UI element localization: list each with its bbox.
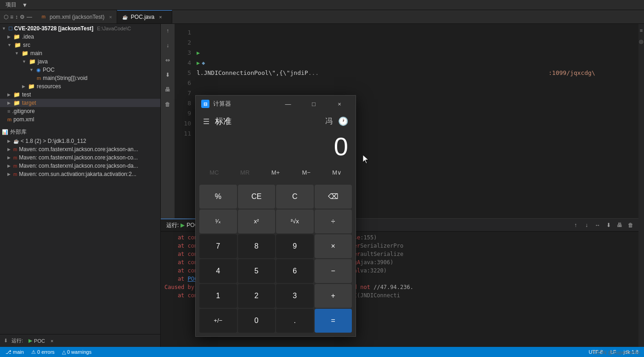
calc-negate-btn[interactable]: +/− — [199, 309, 237, 333]
action-download[interactable]: ⬇ — [163, 70, 173, 80]
action-delete[interactable]: 🗑 — [163, 99, 173, 109]
calc-buttons-grid: % CE C ⌫ ¹⁄ₓ x² ²√x ÷ 7 8 9 × 4 5 — [196, 183, 356, 336]
calc-memory-row: MC MR M+ M− M∨ — [196, 163, 356, 183]
maven-4-label: Maven: com.sun.activation:jakarta.activa… — [19, 171, 136, 177]
tree-poc[interactable]: ▼ ◉ POC — [0, 66, 160, 74]
tree-main-method[interactable]: m main(String[]):void — [0, 74, 160, 82]
calc-reciprocal-btn[interactable]: ¹⁄ₓ — [199, 210, 237, 233]
calc-7-btn[interactable]: 7 — [199, 234, 237, 258]
calc-mplus-btn[interactable]: M+ — [261, 164, 291, 181]
calc-3-btn[interactable]: 3 — [276, 284, 314, 308]
tree-main[interactable]: ▼ 📁 main — [0, 49, 160, 57]
chevron-right-icon: ▶ — [7, 34, 11, 39]
calc-close-btn[interactable]: × — [329, 97, 350, 111]
tree-idea[interactable]: ▶ 📁 .idea — [0, 33, 160, 41]
print-bottom-btn[interactable]: 🖶 — [616, 221, 624, 229]
calc-minimize-btn[interactable]: — — [277, 97, 299, 111]
right-icon-1[interactable]: ≡ — [640, 28, 643, 33]
calc-display: 0 — [196, 129, 356, 163]
tree-project-root[interactable]: ▼ □ CVE-2020-35728 [jacksonTest] E:\Java… — [0, 24, 160, 33]
calc-hamburger-icon[interactable]: ☰ — [203, 117, 209, 126]
action-up[interactable]: ↑ — [163, 26, 173, 36]
poc-package-icon: ◉ — [36, 67, 41, 73]
main-method-label: main(String[]):void — [43, 75, 87, 81]
tree-resources[interactable]: ▶ 📁 resources — [0, 82, 160, 91]
tree-maven-3[interactable]: ▶ m Maven: com.fasterxml.jackson.core:ja… — [0, 162, 160, 170]
calc-mc-btn[interactable]: MC — [199, 164, 229, 181]
calc-multiply-btn[interactable]: × — [315, 234, 352, 258]
action-print[interactable]: 🖶 — [163, 85, 173, 95]
wrap-btn[interactable]: ↔ — [593, 221, 602, 229]
status-errors[interactable]: ⚠ 0 errors — [29, 349, 56, 355]
left-action-bar: ↑ ↓ ⇔ ⬇ 🖶 🗑 — [161, 24, 175, 218]
calc-c-btn[interactable]: C — [276, 185, 314, 209]
tree-test[interactable]: ▶ 📁 test — [0, 91, 160, 99]
scroll-up-btn[interactable]: ↑ — [571, 221, 580, 229]
calc-minus-btn[interactable]: − — [315, 259, 352, 283]
toolbar-icon-1[interactable]: ⬡ — [4, 14, 8, 20]
toolbar-icon-2[interactable]: ≡ — [10, 14, 13, 20]
toolbar-icon-5[interactable]: — — [27, 14, 32, 20]
main-label: main — [30, 50, 42, 57]
project-chevron[interactable]: ▼ — [20, 2, 29, 8]
calc-ce-btn[interactable]: CE — [238, 185, 276, 209]
tree-jdk[interactable]: ▶ ☕ < 1.8 (2) > D:\jdk1.8.0_112 — [0, 137, 160, 145]
tree-target[interactable]: ▶ 📁 target — [0, 99, 160, 107]
tree-gitignore[interactable]: ≡ .gitignore — [0, 107, 160, 115]
toolbar-icon-3[interactable]: ↕ — [15, 14, 18, 20]
tree-src[interactable]: ▼ 📁 src — [0, 41, 160, 49]
tree-java[interactable]: ▼ 📁 java — [0, 57, 160, 66]
src-folder-icon: 📁 — [14, 42, 21, 48]
tab-pom-xml[interactable]: m pom.xml (jacksonTest) × — [36, 10, 117, 23]
chevron-down-icon-poc: ▼ — [29, 68, 34, 72]
java-folder-icon: 📁 — [29, 58, 36, 65]
calc-1-btn[interactable]: 1 — [199, 284, 237, 308]
tree-maven-1[interactable]: ▶ m Maven: com.fasterxml.jackson.core:ja… — [0, 145, 160, 153]
chevron-right-icon-target: ▶ — [7, 101, 11, 105]
close-run-icon[interactable]: × — [51, 338, 53, 344]
calc-mv-btn[interactable]: M∨ — [322, 164, 352, 181]
chevron-down-icon-main: ▼ — [15, 51, 19, 56]
poc-run-item[interactable]: ▶ POC — [27, 337, 47, 345]
calc-plus-btn[interactable]: + — [315, 284, 352, 308]
download-bottom-btn[interactable]: ⬇ — [604, 221, 613, 229]
scroll-down-btn[interactable]: ↓ — [582, 221, 591, 229]
calc-mminus-btn[interactable]: M− — [291, 164, 321, 181]
tree-external-libs[interactable]: 📊 外部库 — [0, 127, 160, 137]
status-git[interactable]: ⎇ main — [4, 349, 26, 355]
tab-pom-xml-close[interactable]: × — [109, 14, 112, 20]
pom-xml-tree-label: pom.xml — [13, 116, 34, 123]
src-label: src — [23, 42, 30, 48]
calc-8-btn[interactable]: 8 — [238, 234, 276, 258]
action-down[interactable]: ↓ — [163, 40, 173, 51]
calc-equals-btn[interactable]: = — [315, 309, 352, 333]
tab-poc-java[interactable]: ☕ POC.java × — [117, 10, 172, 23]
toolbar-icon-4[interactable]: ⚙ — [20, 14, 25, 20]
calc-divide-btn[interactable]: ÷ — [315, 210, 352, 233]
tree-maven-4[interactable]: ▶ m Maven: com.sun.activation:jakarta.ac… — [0, 170, 160, 178]
calc-mr-btn[interactable]: MR — [230, 164, 260, 181]
calc-backspace-btn[interactable]: ⌫ — [315, 185, 352, 209]
tab-poc-java-close[interactable]: × — [159, 14, 162, 20]
calc-5-btn[interactable]: 5 — [238, 259, 276, 283]
calc-9-btn[interactable]: 9 — [276, 234, 314, 258]
right-icon-2[interactable]: ◎ — [639, 39, 644, 45]
tree-pom-xml[interactable]: m pom.xml — [0, 115, 160, 124]
calc-4-btn[interactable]: 4 — [199, 259, 237, 283]
calc-history-btn[interactable]: 🕐 — [338, 116, 348, 126]
calc-decimal-btn[interactable]: . — [276, 309, 314, 333]
status-warnings[interactable]: △ 0 warnings — [60, 349, 93, 355]
calc-2-btn[interactable]: 2 — [238, 284, 276, 308]
calc-sqrt-btn[interactable]: ²√x — [276, 210, 314, 233]
calc-0-btn[interactable]: 0 — [238, 309, 276, 333]
calc-6-btn[interactable]: 6 — [276, 259, 314, 283]
tree-maven-2[interactable]: ▶ m Maven: com.fasterxml.jackson.core:ja… — [0, 153, 160, 162]
trash-bottom-btn[interactable]: 🗑 — [627, 221, 635, 229]
idea-label: .idea — [22, 34, 34, 40]
calc-maximize-btn[interactable]: □ — [303, 97, 324, 111]
calc-square-btn[interactable]: x² — [238, 210, 276, 233]
calc-percent-btn[interactable]: % — [199, 185, 237, 209]
action-left-right[interactable]: ⇔ — [163, 55, 173, 65]
right-side-bar: ≡ ◎ — [638, 24, 644, 347]
project-menu[interactable]: 项目 — [4, 1, 18, 9]
